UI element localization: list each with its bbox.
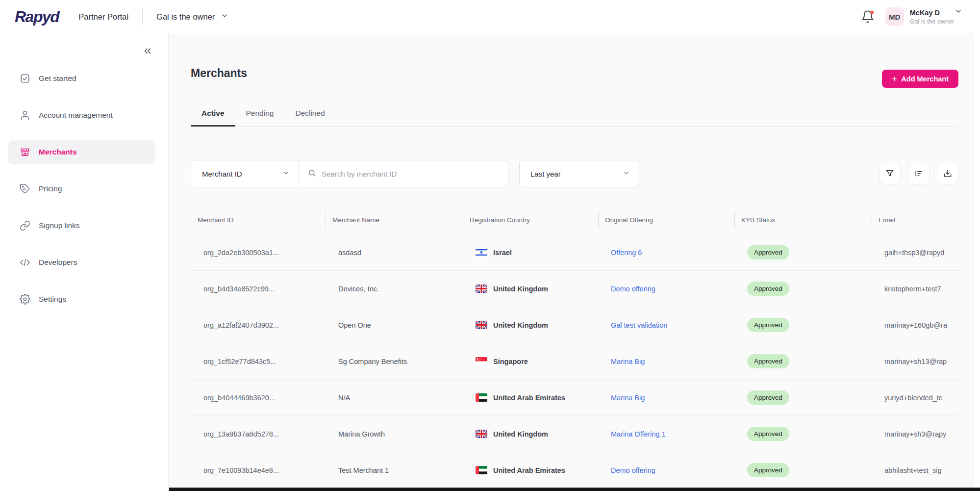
sidebar-item-merchants[interactable]: Merchants — [8, 140, 155, 164]
table-row[interactable]: org_a12faf2407d3902... Open One United K… — [191, 307, 959, 343]
merchant-name-cell: asdasd — [326, 249, 463, 257]
flag-united-kingdom-icon — [476, 284, 487, 293]
status-badge: Approved — [747, 463, 789, 477]
partner-selector-dropdown[interactable]: Gal is the owner — [156, 12, 228, 22]
country-cell: United Arab Emirates — [463, 393, 598, 402]
chevron-down-icon — [955, 7, 962, 18]
user-text: McKay D Gal is the owner — [910, 7, 962, 26]
search-field-dropdown[interactable]: Merchant ID — [191, 160, 299, 187]
table-row[interactable]: org_b4d34e8522c99... Devices, Inc. Unite… — [191, 271, 959, 307]
country-cell: United Kingdom — [463, 430, 598, 438]
sidebar-item-developers[interactable]: Developers — [8, 251, 155, 274]
sidebar-collapse-button[interactable] — [141, 44, 154, 58]
column-header: Registration Country — [463, 216, 598, 224]
date-range-dropdown[interactable]: Last year — [519, 160, 639, 187]
rapyd-logo: Rapyd — [15, 8, 59, 26]
merchant-name-cell: Open One — [326, 321, 463, 329]
table-row[interactable]: org_b4044469b3620... N/A United Arab Emi… — [191, 380, 959, 416]
email-cell: marinay+sh3@rapy — [872, 430, 959, 438]
merchant-id-cell: org_a12faf2407d3902... — [191, 321, 326, 329]
country-label: United Kingdom — [493, 430, 548, 438]
kyb-status-cell: Approved — [734, 245, 872, 259]
filter-button[interactable] — [879, 163, 901, 184]
table-header-row: Merchant ID Merchant Name Registration C… — [191, 206, 959, 234]
sidebar-item-get-started[interactable]: Get started — [8, 67, 155, 90]
page-title: Merchants — [191, 67, 247, 80]
notification-dot — [870, 11, 874, 14]
merchant-id-cell: org_7e10093b14e4e8... — [191, 466, 326, 474]
country-cell: United Arab Emirates — [463, 466, 598, 474]
sidebar-item-settings[interactable]: Settings — [8, 287, 155, 311]
sidebar-item-label: Signup links — [39, 221, 80, 230]
status-badge: Approved — [747, 318, 789, 332]
column-header: Original Offering — [598, 216, 734, 224]
country-cell: United Kingdom — [463, 284, 598, 293]
flag-uae-icon — [476, 393, 487, 402]
table-row[interactable]: org_13a9b37a8d5278... Marina Growth Unit… — [191, 416, 959, 452]
add-merchant-button[interactable]: + Add Merchant — [882, 70, 958, 88]
double-chevron-left-icon — [142, 46, 153, 56]
merchant-name-cell: Devices, Inc. — [326, 285, 463, 293]
table-row[interactable]: org_2da2eb300503a1... asdasd Israel Offe… — [191, 234, 959, 271]
user-icon — [20, 110, 30, 121]
column-header: KYB Status — [734, 216, 872, 224]
code-icon — [20, 257, 30, 268]
plus-icon: + — [892, 74, 897, 84]
partner-selector-label: Gal is the owner — [156, 12, 215, 22]
user-role: Gal is the owner — [910, 18, 962, 26]
search-box — [299, 160, 508, 187]
notifications-button[interactable] — [861, 10, 875, 24]
flag-israel-icon — [476, 248, 487, 257]
column-header: Merchant ID — [191, 216, 326, 224]
chevron-down-icon — [623, 169, 630, 178]
merchant-id-cell: org_2da2eb300503a1... — [191, 249, 326, 257]
table-row[interactable]: org_7e10093b14e4e8... Test Merchant 1 Un… — [191, 452, 959, 489]
sidebar-item-label: Account management — [39, 111, 113, 120]
status-badge: Approved — [747, 245, 789, 259]
tab-declined[interactable]: Declined — [284, 109, 335, 127]
sidebar-item-signup-links[interactable]: Signup links — [8, 214, 155, 237]
user-menu[interactable]: MD McKay D Gal is the owner — [885, 7, 962, 26]
kyb-status-cell: Approved — [734, 427, 872, 441]
offering-cell: Demo offering — [598, 285, 734, 293]
download-button[interactable] — [937, 163, 958, 184]
kyb-status-cell: Approved — [734, 282, 872, 296]
sidebar-nav: Get started Account management Merchants… — [8, 67, 155, 324]
sidebar-item-pricing[interactable]: Pricing — [8, 177, 155, 201]
offering-link[interactable]: Marina Offering 1 — [611, 430, 666, 438]
email-cell: galh+thsp3@rapyd — [872, 249, 959, 257]
search-input[interactable] — [322, 170, 499, 178]
offering-link[interactable]: Demo offering — [611, 466, 655, 474]
kyb-status-cell: Approved — [734, 463, 872, 477]
offering-link[interactable]: Gal test validation — [611, 321, 667, 329]
tab-pending[interactable]: Pending — [235, 109, 285, 127]
date-range-label: Last year — [530, 170, 561, 178]
offering-link[interactable]: Offering 6 — [611, 249, 642, 257]
merchant-id-cell: org_b4044469b3620... — [191, 394, 326, 402]
table-row[interactable]: org_1cf52e77d843c5... Sg Company Benefit… — [191, 343, 959, 380]
country-label: Israel — [493, 249, 512, 257]
add-merchant-label: Add Merchant — [901, 75, 949, 83]
merchant-id-cell: org_b4d34e8522c99... — [191, 285, 326, 293]
status-badge: Approved — [747, 390, 789, 405]
bell-icon — [861, 10, 875, 24]
user-name: McKay D — [910, 8, 940, 17]
merchants-tabs: Active Pending Declined — [191, 109, 958, 127]
sort-button[interactable] — [908, 163, 930, 184]
offering-link[interactable]: Demo offering — [611, 285, 655, 293]
country-cell: Israel — [463, 248, 598, 257]
email-cell: yuriyd+blended_te — [872, 394, 959, 402]
tag-icon — [20, 183, 30, 194]
sidebar-item-account-management[interactable]: Account management — [8, 103, 155, 127]
status-badge: Approved — [747, 354, 789, 368]
offering-link[interactable]: Marina Big — [611, 358, 645, 365]
offering-cell: Marina Big — [598, 358, 734, 365]
tab-active[interactable]: Active — [191, 109, 235, 127]
country-label: United Kingdom — [493, 321, 548, 329]
offering-link[interactable]: Marina Big — [611, 394, 645, 402]
country-label: Singapore — [493, 358, 528, 365]
kyb-status-cell: Approved — [734, 390, 872, 405]
email-cell: kristopherm+test7 — [872, 285, 959, 293]
vertical-scrollbar[interactable] — [974, 33, 980, 491]
country-label: United Kingdom — [493, 285, 548, 293]
